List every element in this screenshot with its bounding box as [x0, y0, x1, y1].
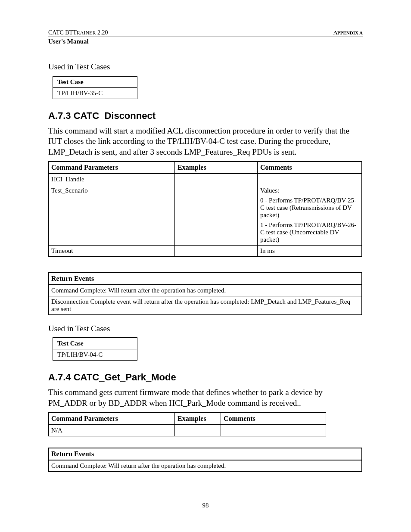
test-case-table-2: Test Case TP/LIH/BV-04-C: [53, 337, 137, 361]
section-heading-a73: A.7.3 CATC_Disconnect: [48, 110, 363, 121]
used-in-test-cases-label: Used in Test Cases: [48, 62, 363, 72]
col-comments: Comments: [221, 413, 326, 425]
command-params-table-a73: Command Parameters Examples Comments HCI…: [48, 161, 362, 257]
col-examples: Examples: [175, 162, 258, 174]
section-a73-para: This command will start a modified ACL d…: [48, 126, 363, 158]
section-a74-para: This command gets current firmware mode …: [48, 387, 363, 408]
table-row: Test_Scenario Values: 0 - Performs TP/PR…: [49, 185, 362, 245]
page-number: 98: [48, 502, 363, 509]
return-events-table-a74: Return Events Command Complete: Will ret…: [48, 448, 362, 472]
header-product: CATC BTTRAINER 2.20: [48, 29, 108, 36]
table-row: Timeout In ms: [49, 245, 362, 256]
table-row: N/A: [49, 425, 326, 436]
page-header: CATC BTTRAINER 2.20 APPENDIX A: [48, 29, 363, 36]
return-events-header: Return Events: [49, 448, 362, 460]
return-event-row: Disconnection Complete event will return…: [49, 296, 362, 314]
return-events-table-a73: Return Events Command Complete: Will ret…: [48, 272, 362, 315]
col-examples: Examples: [175, 413, 221, 425]
test-case-table-1: Test Case TP/LIH/BV-35-C: [53, 76, 137, 99]
test-case-value: TP/LIH/BV-04-C: [53, 349, 137, 361]
test-case-header: Test Case: [53, 338, 137, 349]
col-command-parameters: Command Parameters: [49, 162, 175, 174]
return-events-header: Return Events: [49, 273, 362, 285]
return-event-row: Command Complete: Will return after the …: [49, 285, 362, 296]
header-appendix: APPENDIX A: [333, 29, 363, 36]
section-heading-a74: A.7.4 CATC_Get_Park_Mode: [48, 372, 363, 383]
test-case-header: Test Case: [53, 76, 137, 88]
col-comments: Comments: [258, 162, 362, 174]
test-case-value: TP/LIH/BV-35-C: [53, 87, 137, 99]
table-row: HCI_Handle: [49, 174, 362, 185]
return-event-row: Command Complete: Will return after the …: [49, 460, 362, 472]
header-manual: User's Manual: [48, 37, 363, 45]
col-command-parameters: Command Parameters: [49, 413, 175, 425]
command-params-table-a74: Command Parameters Examples Comments N/A: [48, 412, 326, 436]
used-in-test-cases-label: Used in Test Cases: [48, 324, 363, 334]
